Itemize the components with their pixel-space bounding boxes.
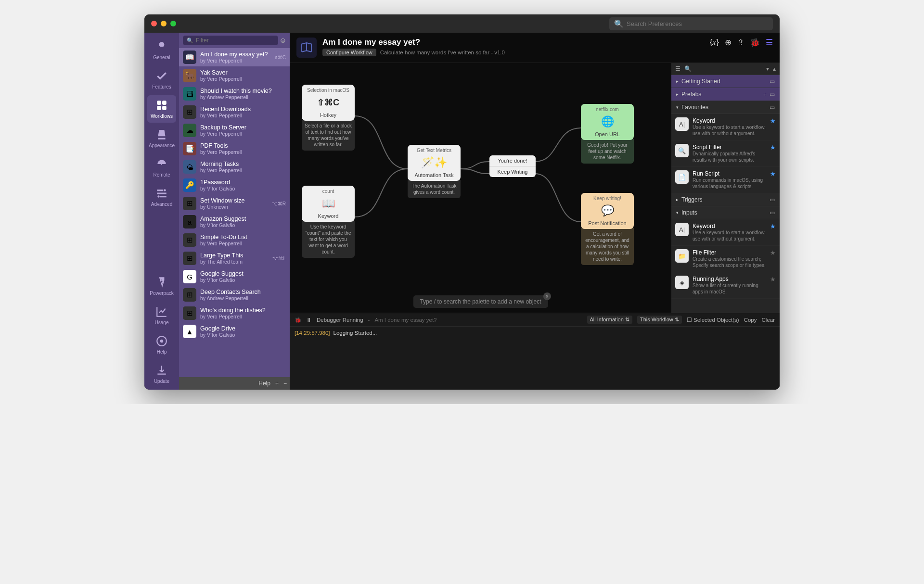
- filter-field[interactable]: 🔍: [183, 36, 278, 45]
- workflow-item[interactable]: ☁Backup to Serverby Vero Pepperrell: [179, 121, 290, 140]
- debug-icon[interactable]: 🐞: [750, 38, 760, 48]
- inspector-section-inputs[interactable]: ▾Inputs▭: [671, 206, 780, 219]
- search-input[interactable]: [627, 20, 768, 27]
- add-icon[interactable]: ⊕: [725, 38, 732, 48]
- tab-workflows[interactable]: Workflows: [147, 95, 176, 123]
- workflow-item[interactable]: ⊞Who's doing the dishes?by Vero Pepperre…: [179, 304, 290, 322]
- inspector-section-getting-started[interactable]: ▸Getting Started▭: [671, 75, 780, 88]
- tab-powerpack[interactable]: Powerpack: [147, 272, 176, 300]
- window-icon[interactable]: ▭: [770, 209, 775, 216]
- book-icon: 📖: [305, 196, 352, 211]
- remove-workflow-button[interactable]: −: [283, 380, 287, 387]
- star-icon[interactable]: ★: [770, 117, 776, 137]
- debug-filter-scope[interactable]: This Workflow ⇅: [637, 316, 682, 324]
- workflow-item[interactable]: GGoogle Suggestby Vítor Galvão: [179, 267, 290, 286]
- workflow-item[interactable]: ⊞Large Type Thisby The Alfred team⌥⌘L: [179, 249, 290, 267]
- inspector-item[interactable]: 📄Run ScriptRun commands in macOS, using …: [671, 167, 780, 193]
- debugger-context: Am I done my essay yet?: [374, 317, 436, 323]
- node-automation-task[interactable]: Get Text Metrics 🪄✨ Automation Task The …: [408, 145, 461, 198]
- expand-icon[interactable]: ▴: [773, 65, 776, 72]
- workflow-item[interactable]: 📑PDF Toolsby Vero Pepperrell: [179, 140, 290, 158]
- globe-icon: 🌐: [584, 114, 631, 129]
- node-open-url[interactable]: netflix.com 🌐 Open URL Good job! Put you…: [581, 104, 634, 164]
- tab-remote[interactable]: Remote: [147, 154, 176, 181]
- export-icon[interactable]: ⇪: [737, 38, 744, 48]
- help-button[interactable]: Help: [258, 380, 270, 387]
- tab-appearance[interactable]: Appearance: [147, 125, 176, 152]
- star-icon[interactable]: ★: [770, 170, 776, 190]
- workflow-item[interactable]: 🔑1Passwordby Vítor Galvão: [179, 176, 290, 194]
- star-icon[interactable]: ★: [770, 249, 776, 268]
- window-icon[interactable]: ▭: [770, 91, 775, 98]
- item-icon: 📁: [675, 249, 689, 263]
- search-icon: 🔍: [614, 19, 624, 28]
- item-icon: 🔍: [675, 144, 689, 157]
- filter-options-icon[interactable]: ⊜: [280, 37, 286, 44]
- star-icon[interactable]: ★: [770, 144, 776, 163]
- star-icon[interactable]: ★: [770, 223, 776, 242]
- workflow-item-icon: 🎞: [183, 87, 196, 101]
- selected-objects-checkbox[interactable]: ☐ Selected Object(s): [687, 317, 739, 323]
- item-icon: 📄: [675, 170, 689, 184]
- inspector-section-favourites[interactable]: ▾Favourites▭: [671, 101, 780, 114]
- tab-update[interactable]: Update: [147, 360, 176, 388]
- window-icon[interactable]: ▭: [770, 78, 775, 85]
- window-icon[interactable]: ▭: [770, 196, 775, 203]
- workflow-items: 📖Am I done my essay yet?by Vero Pepperre…: [179, 48, 290, 377]
- menu-icon[interactable]: ☰: [766, 38, 773, 48]
- list-view-icon[interactable]: ☰: [675, 65, 680, 72]
- inspector-item[interactable]: A|KeywordUse a keyword to start a workfl…: [671, 114, 780, 140]
- filter-input[interactable]: [196, 37, 274, 44]
- window-icon[interactable]: ▭: [770, 104, 775, 111]
- svg-rect-2: [157, 106, 161, 110]
- workflow-item[interactable]: ▲Google Driveby Vítor Galvão: [179, 322, 290, 341]
- star-icon[interactable]: ★: [770, 276, 776, 295]
- minimize-button[interactable]: [161, 21, 167, 26]
- node-hotkey[interactable]: Selection in macOS ⇧⌘C Hotkey Select a f…: [302, 85, 355, 151]
- add-workflow-button[interactable]: +: [275, 380, 279, 387]
- inspector-item[interactable]: 🔍Script FilterDynamically populate Alfre…: [671, 140, 780, 167]
- copy-button[interactable]: Copy: [744, 317, 757, 323]
- workflow-item[interactable]: 🎞Should I watch this movie?by Andrew Pep…: [179, 85, 290, 103]
- variables-icon[interactable]: {𝑥}: [710, 38, 719, 48]
- inspector-item[interactable]: 📁File FilterCreate a customised file sea…: [671, 246, 780, 272]
- inspector-item[interactable]: A|KeywordUse a keyword to start a workfl…: [671, 219, 780, 246]
- configure-workflow-button[interactable]: Configure Workflow: [322, 49, 376, 56]
- debugger-status: Debugger Running: [317, 317, 363, 323]
- zoom-button[interactable]: [170, 21, 176, 26]
- search-icon: 🔍: [187, 38, 193, 44]
- workflow-item-icon: ⊞: [183, 252, 196, 265]
- close-button[interactable]: [151, 21, 157, 26]
- workflow-item[interactable]: ⊞Deep Contacts Searchby Andrew Pepperrel…: [179, 286, 290, 304]
- svg-point-4: [164, 189, 166, 191]
- workflow-item[interactable]: 🌤Morning Tasksby Vero Pepperrell: [179, 158, 290, 176]
- tab-general[interactable]: General: [147, 37, 176, 64]
- bug-icon[interactable]: 🐞: [295, 317, 301, 323]
- node-conditional[interactable]: You're done! Keep Writing: [489, 155, 536, 177]
- workflow-item[interactable]: ⊞Recent Downloadsby Vero Pepperrell: [179, 103, 290, 121]
- tab-advanced[interactable]: Advanced: [147, 183, 176, 211]
- debug-filter-info[interactable]: All Information ⇅: [587, 316, 632, 324]
- search-icon[interactable]: 🔍: [684, 65, 692, 72]
- add-icon[interactable]: +: [763, 91, 767, 98]
- tab-features[interactable]: Features: [147, 66, 176, 93]
- workflow-item[interactable]: ⊞Simple To-Do Listby Vero Pepperrell: [179, 231, 290, 249]
- workflow-description: Calculate how many words I've written so…: [380, 50, 505, 55]
- workflow-item[interactable]: ⊞Set Window sizeby Unknown⌥⌘R: [179, 194, 290, 213]
- close-hint-button[interactable]: ×: [543, 292, 551, 300]
- tab-help[interactable]: Help: [147, 331, 176, 358]
- collapse-icon[interactable]: ▾: [766, 65, 769, 72]
- pause-icon[interactable]: ⏸: [306, 317, 312, 323]
- workflow-canvas[interactable]: Selection in macOS ⇧⌘C Hotkey Select a f…: [290, 63, 671, 313]
- workflow-item[interactable]: 📖Am I done my essay yet?by Vero Pepperre…: [179, 48, 290, 66]
- inspector-item[interactable]: ◈Running AppsShow a list of currently ru…: [671, 272, 780, 299]
- inspector-section-prefabs[interactable]: ▸Prefabs+▭: [671, 88, 780, 101]
- search-preferences[interactable]: 🔍: [609, 17, 773, 30]
- workflow-item[interactable]: 🐂Yak Saverby Vero Pepperrell: [179, 66, 290, 85]
- workflow-item[interactable]: aAmazon Suggestby Vítor Galvão: [179, 213, 290, 231]
- node-keyword[interactable]: count 📖 Keyword Use the keyword "count" …: [302, 186, 355, 258]
- tab-usage[interactable]: Usage: [147, 302, 176, 329]
- inspector-section-triggers[interactable]: ▸Triggers▭: [671, 193, 780, 206]
- clear-button[interactable]: Clear: [762, 317, 775, 323]
- node-post-notification[interactable]: Keep writing! 💬 Post Notification Get a …: [581, 193, 634, 265]
